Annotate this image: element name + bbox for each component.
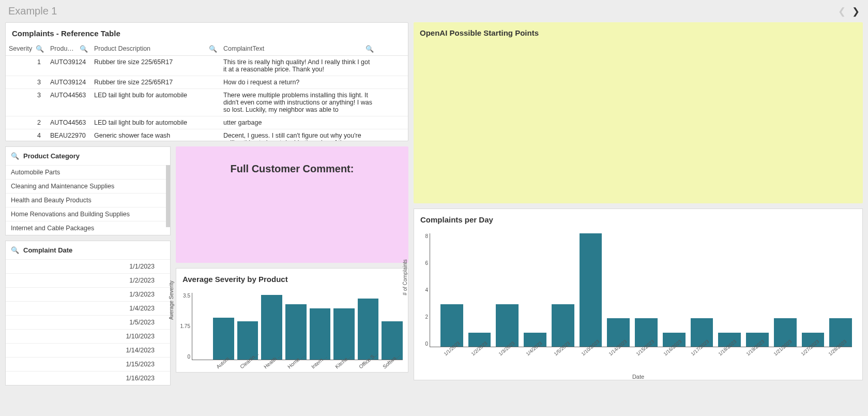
- table-row[interactable]: 2AUTO44563LED tail light bulb for automo…: [6, 116, 408, 129]
- complaint-text-cell: Decent, I guess. I still can't figure ou…: [220, 129, 377, 142]
- starting-panel-title: OpenAI Possible Starting Points: [414, 22, 863, 41]
- product-id-cell: BEAU22970: [47, 129, 91, 142]
- bar[interactable]: [580, 233, 602, 347]
- category-item[interactable]: Health and Beauty Products: [6, 193, 170, 207]
- complaint-text-cell: How do i request a return?: [220, 76, 377, 89]
- complaint-date-filter: 🔍 Complaint Date 1/1/20231/2/20231/3/202…: [5, 241, 171, 385]
- category-item[interactable]: Automobile Parts: [6, 165, 170, 179]
- day-chart-title: Complaints per Day: [414, 209, 862, 228]
- product-id-cell: AUTO39124: [47, 76, 91, 89]
- page-title: Example 1: [8, 5, 57, 17]
- category-item[interactable]: Home Renovations and Building Supplies: [6, 207, 170, 221]
- product-id-cell: AUTO44563: [47, 116, 91, 129]
- search-icon[interactable]: 🔍: [209, 45, 217, 53]
- search-icon[interactable]: 🔍: [366, 45, 374, 53]
- date-item[interactable]: 1/16/2023: [6, 371, 170, 385]
- y-tick: 1.75: [175, 323, 190, 329]
- search-icon[interactable]: 🔍: [80, 45, 88, 53]
- date-item[interactable]: 1/2/2023: [6, 273, 170, 287]
- avg-chart-title: Average Severity by Product: [176, 269, 408, 288]
- y-tick: 6: [413, 260, 428, 266]
- complaints-per-day-panel: Complaints per Day # of Complaints 86420…: [414, 209, 863, 380]
- complaints-per-day-barchart[interactable]: 86420: [430, 233, 852, 347]
- column-header[interactable]: ComplaintText🔍: [220, 42, 377, 56]
- severity-cell: 3: [6, 89, 47, 116]
- search-icon[interactable]: 🔍: [11, 152, 19, 160]
- product-desc-cell: Generic shower face wash: [91, 129, 220, 142]
- product-id-cell: AUTO44563: [47, 89, 91, 116]
- y-tick: 3.5: [175, 293, 190, 299]
- complaints-reference-table: Complaints - Reference Table Severity🔍Pr…: [5, 22, 408, 141]
- search-icon[interactable]: 🔍: [11, 246, 19, 254]
- date-item[interactable]: 1/3/2023: [6, 287, 170, 301]
- category-item[interactable]: Internet and Cable Packages: [6, 221, 170, 235]
- full-customer-comment-panel: Full Customer Comment:: [176, 146, 408, 263]
- avg-severity-chart-panel: Average Severity by Product Average Seve…: [176, 268, 408, 373]
- product-desc-cell: LED tail light bulb for automobile: [91, 116, 220, 129]
- openai-starting-points-panel: OpenAI Possible Starting Points: [414, 22, 863, 203]
- product-desc-cell: Rubber tire size 225/65R17: [91, 56, 220, 76]
- ref-table-title: Complaints - Reference Table: [6, 23, 408, 42]
- day-chart-ylabel: # of Complaints: [402, 259, 408, 295]
- category-filter-title: Product Category: [23, 152, 80, 160]
- search-icon[interactable]: 🔍: [36, 45, 44, 53]
- product-desc-cell: Rubber tire size 225/65R17: [91, 76, 220, 89]
- y-tick: 0: [413, 341, 428, 347]
- column-header[interactable]: Severity🔍: [6, 42, 47, 56]
- y-tick: 0: [175, 354, 190, 360]
- date-item[interactable]: 1/4/2023: [6, 301, 170, 315]
- date-item[interactable]: 1/15/2023: [6, 357, 170, 371]
- product-category-filter: 🔍 Product Category Automobile PartsClean…: [5, 146, 171, 235]
- severity-cell: 4: [6, 129, 47, 142]
- complaint-text-cell: utter garbage: [220, 116, 377, 129]
- day-chart-xlabel: Date: [414, 374, 862, 380]
- column-header[interactable]: Produ…🔍: [47, 42, 91, 56]
- date-item[interactable]: 1/5/2023: [6, 315, 170, 329]
- table-row[interactable]: 1AUTO39124Rubber tire size 225/65R17This…: [6, 56, 408, 76]
- avg-chart-ylabel: Average Severity: [169, 280, 174, 320]
- severity-cell: 3: [6, 76, 47, 89]
- complaint-text-cell: There were multiple problems installing …: [220, 89, 377, 116]
- product-id-cell: AUTO39124: [47, 56, 91, 76]
- y-tick: 2: [413, 314, 428, 320]
- next-arrow-icon[interactable]: ❯: [852, 6, 860, 17]
- scrollbar[interactable]: [166, 165, 170, 227]
- prev-arrow-icon: ❮: [838, 6, 846, 17]
- date-item[interactable]: 1/1/2023: [6, 259, 170, 273]
- severity-cell: 2: [6, 116, 47, 129]
- table-row[interactable]: 3AUTO39124Rubber tire size 225/65R17How …: [6, 76, 408, 89]
- severity-cell: 1: [6, 56, 47, 76]
- y-tick: 4: [413, 287, 428, 293]
- category-item[interactable]: Cleaning and Maintenance Supplies: [6, 179, 170, 193]
- table-row[interactable]: 4BEAU22970Generic shower face washDecent…: [6, 129, 408, 142]
- column-header[interactable]: Product Description🔍: [91, 42, 220, 56]
- date-filter-title: Complaint Date: [23, 246, 72, 254]
- product-desc-cell: LED tail light bulb for automobile: [91, 89, 220, 116]
- date-item[interactable]: 1/14/2023: [6, 343, 170, 357]
- date-item[interactable]: 1/10/2023: [6, 329, 170, 343]
- comment-panel-title: Full Customer Comment:: [231, 163, 354, 175]
- table-row[interactable]: 3AUTO44563LED tail light bulb for automo…: [6, 89, 408, 116]
- y-tick: 8: [413, 233, 428, 239]
- complaint-text-cell: This tire is really high quality! And I …: [220, 56, 377, 76]
